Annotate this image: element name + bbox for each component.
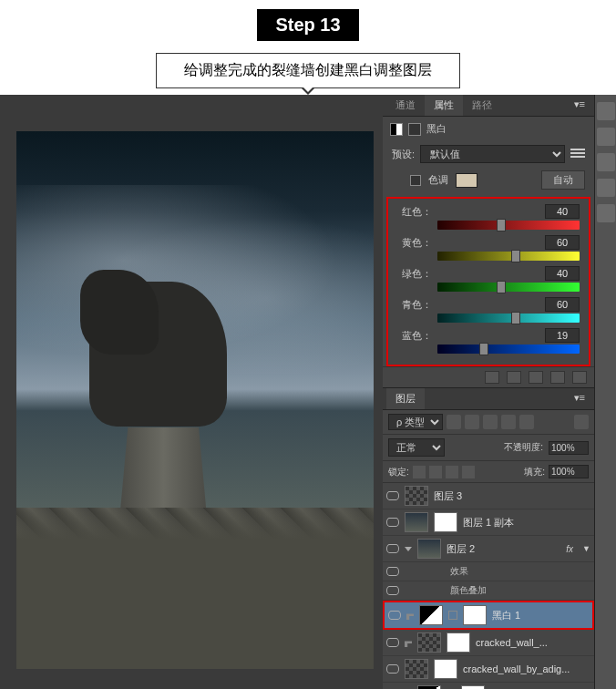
layer-row[interactable]: 图层 3 xyxy=(383,483,594,509)
adjustment-title: 黑白 xyxy=(426,122,447,136)
visibility-icon[interactable] xyxy=(550,371,565,384)
collapsed-panel-strip[interactable] xyxy=(594,95,616,689)
eye-icon[interactable] xyxy=(386,542,399,555)
layer-thumb[interactable] xyxy=(405,659,428,679)
yellow-slider[interactable] xyxy=(437,252,580,261)
link-icon[interactable] xyxy=(448,611,457,620)
layer-name[interactable]: 黑白 1 xyxy=(492,609,520,622)
clip-indicator-icon xyxy=(405,638,412,647)
properties-tabs: 通道 属性 路径 ▾≡ xyxy=(383,95,594,117)
tab-channels[interactable]: 通道 xyxy=(386,95,425,116)
chevron-down-icon[interactable]: ▼ xyxy=(582,544,590,553)
red-label: 红色： xyxy=(397,205,432,219)
opacity-input[interactable] xyxy=(549,441,589,455)
canvas-area[interactable] xyxy=(0,95,383,689)
eye-icon[interactable] xyxy=(386,636,399,649)
fill-input[interactable] xyxy=(549,465,589,478)
effects-label: 效果 xyxy=(405,565,468,578)
layer-name[interactable]: cracked_wall_by_adig... xyxy=(463,663,570,674)
layer-name[interactable]: 图层 2 xyxy=(447,542,475,556)
layer-row-selected[interactable]: 黑白 1 xyxy=(383,601,594,630)
preset-select[interactable]: 默认值 xyxy=(420,145,565,163)
bw-sliders-group: 红色： 黄色： 绿色： 青色： 蓝色： xyxy=(386,197,590,366)
layer-row[interactable]: cracked_wall_by_adig... xyxy=(383,656,594,683)
layer-thumb[interactable] xyxy=(417,632,441,653)
filter-type-icon[interactable] xyxy=(483,415,498,429)
strip-icon[interactable] xyxy=(597,153,615,171)
reset-icon[interactable] xyxy=(529,371,543,384)
layer-thumb[interactable] xyxy=(417,539,441,559)
auto-button[interactable]: 自动 xyxy=(541,170,585,190)
lock-label: 锁定: xyxy=(388,466,409,478)
adjustment-thumb[interactable] xyxy=(417,685,441,689)
photoshop-workspace: 通道 属性 路径 ▾≡ 黑白 预设: 默认值 色调 自动 红色： xyxy=(0,95,616,689)
clip-icon[interactable] xyxy=(485,371,499,384)
layer-row[interactable]: 选取颜色 1 xyxy=(383,683,594,689)
layer-name[interactable]: 图层 3 xyxy=(434,489,462,503)
mask-thumb[interactable] xyxy=(463,605,487,625)
tint-checkbox[interactable] xyxy=(410,175,421,186)
tint-label: 色调 xyxy=(428,173,448,187)
filter-pixel-icon[interactable] xyxy=(447,415,461,429)
cyan-slider[interactable] xyxy=(437,314,580,323)
layer-filter-type[interactable]: ρ 类型 xyxy=(388,414,443,430)
yellow-label: 黄色： xyxy=(397,236,432,250)
tint-swatch[interactable] xyxy=(456,173,477,188)
filter-adjust-icon[interactable] xyxy=(465,415,479,429)
layer-thumb[interactable] xyxy=(405,486,428,506)
yellow-input[interactable] xyxy=(545,235,580,250)
trash-icon[interactable] xyxy=(572,371,587,384)
expand-icon[interactable] xyxy=(405,547,412,551)
tab-properties[interactable]: 属性 xyxy=(425,95,463,116)
layer-thumb[interactable] xyxy=(405,512,428,532)
eye-icon[interactable] xyxy=(386,565,399,578)
blue-input[interactable] xyxy=(545,328,580,343)
properties-footer xyxy=(383,366,594,387)
blend-mode-select[interactable]: 正常 xyxy=(388,438,445,457)
eye-icon[interactable] xyxy=(386,584,399,597)
effect-item-row[interactable]: 颜色叠加 xyxy=(383,581,594,601)
strip-icon[interactable] xyxy=(597,128,615,146)
mask-thumb[interactable] xyxy=(434,512,457,532)
eye-icon[interactable] xyxy=(388,609,401,622)
layer-row[interactable]: 图层 1 副本 xyxy=(383,509,594,536)
view-previous-icon[interactable] xyxy=(507,371,521,384)
lock-transparency-icon[interactable] xyxy=(413,466,426,478)
lock-image-icon[interactable] xyxy=(429,466,442,478)
red-slider[interactable] xyxy=(437,221,580,230)
filter-smart-icon[interactable] xyxy=(519,415,534,429)
eye-icon[interactable] xyxy=(386,489,399,502)
adjustment-thumb[interactable] xyxy=(419,605,443,625)
strip-icon[interactable] xyxy=(597,204,615,222)
layer-row[interactable]: 图层 2 fx ▼ xyxy=(383,536,594,562)
fx-badge[interactable]: fx xyxy=(566,544,577,554)
filter-shape-icon[interactable] xyxy=(501,415,516,429)
blue-slider[interactable] xyxy=(437,344,580,354)
mask-thumb[interactable] xyxy=(447,632,470,653)
panel-menu-icon[interactable]: ▾≡ xyxy=(569,95,590,116)
step-caption: 给调整完成的裂缝墙创建黑白调整图层 xyxy=(156,53,460,88)
filter-toggle-icon[interactable] xyxy=(574,415,589,429)
layer-name[interactable]: cracked_wall_... xyxy=(476,637,548,648)
layer-name[interactable]: 图层 1 副本 xyxy=(463,516,514,530)
strip-icon[interactable] xyxy=(597,179,615,197)
tab-layers[interactable]: 图层 xyxy=(386,388,425,409)
eye-icon[interactable] xyxy=(386,516,399,529)
cyan-input[interactable] xyxy=(545,297,580,312)
mask-thumb[interactable] xyxy=(434,659,457,679)
green-slider[interactable] xyxy=(437,283,580,292)
lock-all-icon[interactable] xyxy=(462,466,475,478)
clip-indicator-icon xyxy=(406,611,414,620)
green-input[interactable] xyxy=(545,266,580,281)
strip-icon[interactable] xyxy=(597,102,615,120)
red-input[interactable] xyxy=(545,204,580,219)
preset-menu-icon[interactable] xyxy=(570,149,585,159)
layer-row[interactable]: cracked_wall_... xyxy=(383,630,594,656)
lock-position-icon[interactable] xyxy=(446,466,458,478)
mask-thumb[interactable] xyxy=(461,685,485,689)
effects-row[interactable]: 效果 xyxy=(383,562,594,581)
layers-menu-icon[interactable]: ▾≡ xyxy=(569,388,590,409)
eye-icon[interactable] xyxy=(386,663,399,675)
step-badge: Step 13 xyxy=(257,9,358,41)
tab-paths[interactable]: 路径 xyxy=(463,95,501,116)
